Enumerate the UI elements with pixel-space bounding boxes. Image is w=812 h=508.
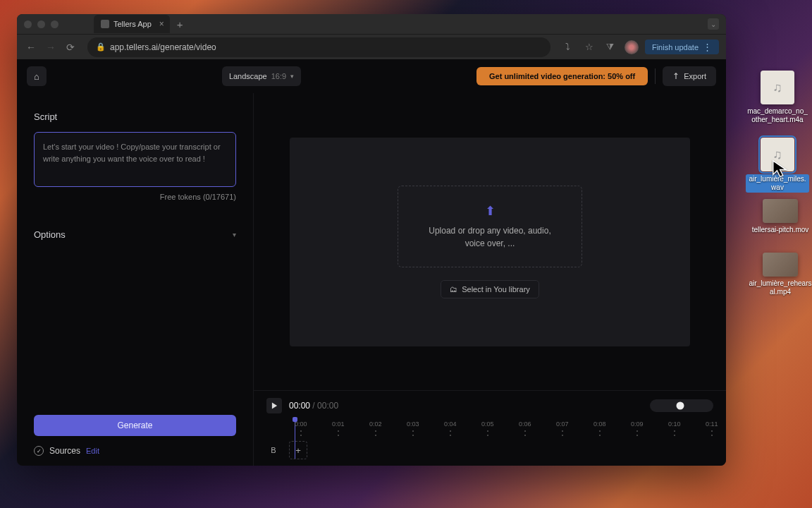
reload-button[interactable]: ⟳ — [63, 40, 78, 54]
file-name: air_lumière_rehearsal.mp4 — [749, 279, 812, 296]
bookmark-icon[interactable]: ☆ — [582, 40, 597, 55]
browser-toolbar: ← → ⟳ 🔒 app.tellers.ai/generate/video ⤵ … — [17, 34, 726, 59]
favicon-icon — [101, 20, 109, 28]
sources-edit-link[interactable]: Edit — [86, 447, 99, 455]
tick: 0:08 — [593, 421, 606, 436]
track-b: B + — [266, 440, 713, 460]
tick: 0:10 — [668, 421, 681, 436]
library-icon: 🗂 — [450, 285, 457, 294]
tick: 0:09 — [631, 421, 644, 436]
select-library-button[interactable]: 🗂 Select in You library — [441, 280, 539, 298]
check-icon: ✓ — [34, 446, 44, 456]
promo-banner[interactable]: Get unlimited video generation: 50% off — [476, 67, 648, 85]
file-name: air_lumière_miles.wav — [746, 174, 809, 193]
browser-tab[interactable]: Tellers App × — [94, 15, 170, 33]
file-name: mac_demarco_no_other_heart.m4a — [746, 107, 809, 124]
video-canvas: ⬆ Upload or drop any video, audio, voice… — [290, 138, 690, 346]
export-icon: ↗ — [670, 71, 682, 83]
token-counter: Free tokens (0/17671) — [34, 193, 236, 201]
browser-window: Tellers App × + ⌄ ← → ⟳ 🔒 app.tellers.ai… — [17, 14, 726, 466]
back-button[interactable]: ← — [24, 40, 38, 54]
tick: 0:11 — [706, 421, 718, 436]
generate-button[interactable]: Generate — [34, 415, 236, 436]
sources-label: Sources — [49, 446, 80, 456]
tick: 0:05 — [481, 421, 494, 436]
dropzone-text: Upload or drop any video, audio, voice o… — [426, 224, 553, 250]
titlebar: Tellers App × + ⌄ — [17, 14, 726, 34]
track-label: B — [266, 446, 281, 454]
aspect-ratio-select[interactable]: Landscape 16:9 ▾ — [222, 66, 301, 86]
desktop-file[interactable]: ♫mac_demarco_no_other_heart.m4a — [746, 71, 809, 124]
music-icon: ♫ — [761, 71, 794, 104]
window-controls[interactable] — [24, 20, 59, 28]
tick: 0:07 — [556, 421, 569, 436]
app-root: ⌂ Landscape 16:9 ▾ Get unlimited video g… — [17, 59, 726, 466]
video-thumbnail — [763, 199, 798, 223]
maximize-icon[interactable] — [51, 20, 59, 28]
url-text: app.tellers.ai/generate/video — [110, 42, 216, 52]
timeline-ruler[interactable]: 0:000:010:020:030:040:050:060:070:080:09… — [266, 421, 713, 436]
extensions-icon[interactable]: ⧩ — [603, 40, 618, 55]
timeline: 00:00 / 00:00 0:000:010:020:030:040:050:… — [254, 390, 726, 466]
finish-update-button[interactable]: Finish update⋮ — [645, 40, 719, 54]
profile-avatar[interactable] — [624, 40, 639, 55]
main-panel: ⬆ Upload or drop any video, audio, voice… — [254, 93, 726, 466]
sidebar: Script Let's start your video ! Copy/pas… — [17, 93, 254, 466]
options-toggle[interactable]: Options ▾ — [34, 229, 236, 244]
desktop-file[interactable]: air_lumière_rehearsal.mp4 — [749, 253, 812, 296]
script-input[interactable]: Let's start your video ! Copy/paste your… — [34, 132, 236, 187]
new-tab-button[interactable]: + — [177, 18, 183, 30]
sources-row: ✓ Sources Edit — [34, 446, 236, 456]
video-thumbnail — [763, 253, 798, 277]
app-toolbar: ⌂ Landscape 16:9 ▾ Get unlimited video g… — [17, 59, 726, 93]
time-display: 00:00 / 00:00 — [289, 401, 338, 411]
add-clip-button[interactable]: + — [289, 441, 307, 459]
tick: 0:01 — [332, 421, 345, 436]
chevron-down-icon: ▾ — [290, 73, 294, 80]
play-button[interactable] — [266, 398, 282, 413]
close-icon[interactable] — [24, 20, 32, 28]
install-app-icon[interactable]: ⤵ — [560, 40, 576, 55]
upload-dropzone[interactable]: ⬆ Upload or drop any video, audio, voice… — [398, 186, 582, 267]
tick: 0:02 — [369, 421, 382, 436]
zoom-slider[interactable] — [650, 399, 713, 412]
desktop-file[interactable]: ♫air_lumière_miles.wav — [746, 138, 809, 193]
tick: 0:06 — [519, 421, 531, 436]
script-label: Script — [34, 111, 236, 122]
minimize-icon[interactable] — [37, 20, 45, 28]
lock-icon: 🔒 — [96, 42, 106, 52]
divider — [655, 68, 656, 84]
tab-title: Tellers App — [113, 20, 152, 28]
upload-icon: ⬆ — [426, 203, 553, 219]
preview-area: ⬆ Upload or drop any video, audio, voice… — [254, 93, 726, 390]
desktop-file[interactable]: tellersai-pitch.mov — [749, 199, 812, 234]
url-bar[interactable]: 🔒 app.tellers.ai/generate/video — [87, 37, 550, 57]
tick: 0:00 — [295, 421, 307, 436]
file-name: tellersai-pitch.mov — [752, 226, 809, 234]
forward-button[interactable]: → — [44, 40, 58, 54]
export-button[interactable]: ↗ Export — [663, 66, 716, 86]
close-tab-icon[interactable]: × — [159, 19, 164, 29]
home-button[interactable]: ⌂ — [27, 66, 47, 86]
chevron-down-icon: ▾ — [233, 231, 236, 238]
music-icon: ♫ — [761, 138, 794, 171]
tab-overflow-button[interactable]: ⌄ — [708, 18, 719, 30]
tick: 0:03 — [407, 421, 419, 436]
tick: 0:04 — [444, 421, 457, 436]
